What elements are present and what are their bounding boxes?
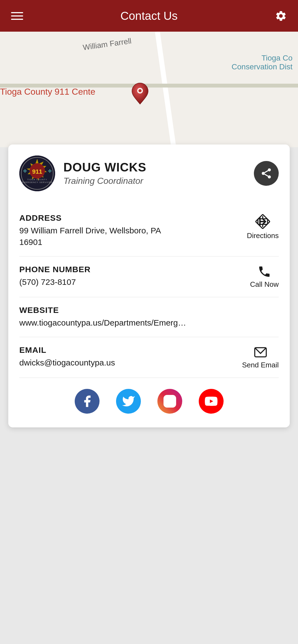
map-view[interactable]: William Farrell Tioga Co Conservation Di… xyxy=(0,32,298,147)
profile-info: DOUG WICKS Training Coordinator xyxy=(63,161,254,186)
website-content: WEBSITE www.tiogacountypa.us/Departments… xyxy=(19,305,279,329)
email-section: EMAIL dwicks@tiogacountypa.us Send Email xyxy=(19,337,279,378)
map-region-label: Tioga Co Conservation Dist xyxy=(232,54,292,71)
email-label: EMAIL xyxy=(19,345,237,355)
gear-icon[interactable] xyxy=(275,10,287,22)
address-section: ADDRESS 99 William Farrell Drive, Wellsb… xyxy=(19,205,279,256)
website-section: WEBSITE www.tiogacountypa.us/Departments… xyxy=(19,297,279,337)
svg-line-15 xyxy=(265,171,268,173)
twitter-button[interactable] xyxy=(116,389,141,414)
email-value: dwicks@tiogacountypa.us xyxy=(19,357,237,369)
youtube-button[interactable] xyxy=(199,389,224,414)
share-button[interactable] xyxy=(254,161,279,186)
svg-text:✤: ✤ xyxy=(48,169,52,173)
svg-point-12 xyxy=(262,172,265,175)
menu-icon[interactable] xyxy=(11,12,23,20)
map-pin xyxy=(130,81,150,107)
organization-logo: 911 EMERGENCY SERVICES TIOGA COUNTY ✤ ✤ xyxy=(19,155,55,191)
page-background xyxy=(0,427,298,620)
website-value[interactable]: www.tiogacountypa.us/Departments/Emergen… xyxy=(19,317,190,329)
phone-value: (570) 723-8107 xyxy=(19,276,245,288)
page-title: Contact Us xyxy=(120,9,178,23)
svg-point-11 xyxy=(268,168,271,171)
email-content: EMAIL dwicks@tiogacountypa.us xyxy=(19,345,237,369)
address-content: ADDRESS 99 William Farrell Drive, Wellsb… xyxy=(19,213,241,248)
svg-text:✤: ✤ xyxy=(23,169,27,173)
send-email-label: Send Email xyxy=(242,361,279,369)
website-label: WEBSITE xyxy=(19,305,279,315)
phone-section: PHONE NUMBER (570) 723-8107 Call Now xyxy=(19,256,279,297)
contact-title: Training Coordinator xyxy=(63,176,254,186)
phone-content: PHONE NUMBER (570) 723-8107 xyxy=(19,265,245,288)
svg-point-1 xyxy=(138,89,141,92)
call-label: Call Now xyxy=(250,280,279,289)
directions-label: Directions xyxy=(247,231,279,240)
contact-name: DOUG WICKS xyxy=(63,161,254,174)
svg-line-14 xyxy=(265,174,268,176)
svg-point-13 xyxy=(268,175,271,178)
social-section xyxy=(19,378,279,416)
map-location-label: Tioga County 911 Cente xyxy=(0,87,95,97)
svg-text:TIOGA COUNTY: TIOGA COUNTY xyxy=(27,178,47,181)
address-label: ADDRESS xyxy=(19,213,241,223)
header: Contact Us xyxy=(0,0,298,32)
call-button[interactable]: Call Now xyxy=(250,265,279,289)
map-road-label: William Farrell xyxy=(82,37,132,52)
address-value: 99 William Farrell Drive, Wellsboro, PA … xyxy=(19,225,241,248)
profile-section: 911 EMERGENCY SERVICES TIOGA COUNTY ✤ ✤ … xyxy=(19,155,279,191)
contact-card: 911 EMERGENCY SERVICES TIOGA COUNTY ✤ ✤ … xyxy=(8,144,290,427)
email-button[interactable]: Send Email xyxy=(242,345,279,369)
directions-button[interactable]: Directions xyxy=(247,213,279,240)
instagram-button[interactable] xyxy=(157,389,182,414)
facebook-button[interactable] xyxy=(75,389,100,414)
svg-text:911: 911 xyxy=(32,168,42,175)
phone-label: PHONE NUMBER xyxy=(19,265,245,274)
svg-text:EMERGENCY SERVICES: EMERGENCY SERVICES xyxy=(22,181,53,184)
